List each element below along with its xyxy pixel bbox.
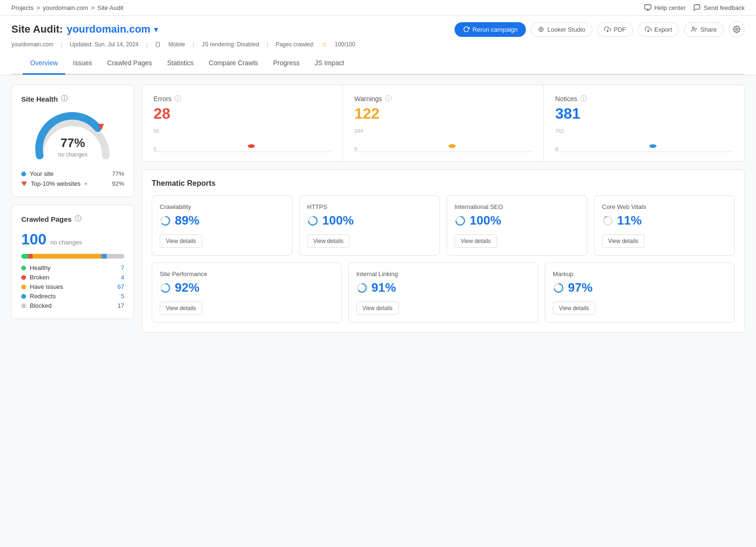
notices-info-icon[interactable]: ⓘ [580,95,587,103]
domain-dropdown-arrow[interactable]: ▾ [154,25,158,34]
notices-value: 381 [555,105,733,122]
reports-grid-top: Crawlability 89% View details HTTPS [152,195,735,256]
reports-grid-bottom: Site Performance 92% View details Intern… [152,262,735,323]
help-center-button[interactable]: Help center [644,4,686,11]
export-icon [645,26,652,33]
pb-redirects [102,254,107,259]
svg-rect-0 [644,5,651,9]
share-icon [691,26,697,33]
breadcrumb-domain[interactable]: yourdomain.com [43,4,88,11]
thematic-reports-card: Thematic Reports Crawlability 89% View d… [142,169,745,333]
export-button[interactable]: Export [638,22,679,37]
header-actions: Rerun campaign Looker Studio PDF Export … [455,21,745,37]
svg-rect-11 [156,42,160,47]
dot-healthy [21,266,26,270]
crawled-progress-bar [21,254,124,259]
pdf-icon [604,26,611,33]
legend-healthy: Healthy 7 [21,264,124,271]
site-health-legend: Your site 77% Top-10% websites ▾ 92% [21,170,124,187]
legend-broken: Broken 4 [21,274,124,281]
tab-progress[interactable]: Progress [266,52,307,75]
svg-point-15 [248,144,255,148]
errors-card: Errors ⓘ 28 56 0 [142,85,343,161]
internal-linking-view-details-button[interactable]: View details [356,302,399,315]
crawlability-view-details-button[interactable]: View details [160,234,202,248]
header-top: Site Audit: yourdomain.com ▾ Rerun campa… [11,21,745,37]
international-seo-progress-icon [455,215,466,226]
settings-button[interactable] [729,21,745,37]
errors-info-icon[interactable]: ⓘ [174,95,181,103]
https-progress-icon [307,215,318,226]
dot-broken [21,275,26,280]
warnings-chart: 244 0 [354,128,532,152]
https-view-details-button[interactable]: View details [307,234,350,248]
report-internal-linking: Internal Linking 91% View details [348,262,538,323]
markup-view-details-button[interactable]: View details [553,302,595,315]
tab-statistics[interactable]: Statistics [160,52,201,75]
legend-have-issues: Have issues 67 [21,283,124,290]
report-crawlability: Crawlability 89% View details [152,195,292,256]
tab-issues[interactable]: Issues [65,52,99,75]
refresh-icon [463,26,470,33]
dot-issues [21,285,26,289]
site-performance-view-details-button[interactable]: View details [160,302,202,315]
share-button[interactable]: Share [684,22,724,37]
main-content: Site Health ⓘ 77% no changes [0,75,756,342]
site-health-info-icon[interactable]: ⓘ [61,95,68,103]
intl-seo-view-details-button[interactable]: View details [455,234,497,248]
looker-icon [538,26,544,33]
feedback-icon [693,4,701,11]
top10-dropdown-icon[interactable]: ▾ [85,181,87,187]
crawled-pages-title: Crawled Pages ⓘ [21,215,124,223]
notices-chart: 762 0 [555,128,733,152]
thematic-title: Thematic Reports [152,179,735,188]
looker-studio-button[interactable]: Looker Studio [531,22,592,37]
breadcrumb-sep2: > [91,4,95,11]
top10-triangle-icon [21,182,27,186]
tab-compare-crawls[interactable]: Compare Crawls [201,52,266,75]
crawled-pages-info-icon[interactable]: ⓘ [75,215,81,223]
site-dot [21,172,26,176]
breadcrumb-projects[interactable]: Projects [11,4,34,11]
warnings-value: 122 [354,105,532,122]
right-content: Errors ⓘ 28 56 0 Warnings ⓘ [142,85,745,333]
internal-linking-progress-icon [356,282,368,294]
legend-redirects: Redirects 5 [21,293,124,300]
pb-blocked [107,254,124,259]
svg-point-3 [541,28,542,30]
dot-blocked [21,304,26,308]
tab-js-impact[interactable]: JS Impact [307,52,352,75]
pb-healthy [21,254,28,259]
page-title: Site Audit: yourdomain.com ▾ [11,23,158,35]
site-health-title: Site Health ⓘ [21,95,124,103]
svg-point-4 [539,27,543,31]
core-web-vitals-progress-icon [602,215,613,226]
svg-point-17 [448,144,455,148]
settings-icon [733,26,740,33]
help-center-icon [644,4,652,11]
breadcrumb-sep1: > [36,4,40,11]
svg-point-7 [692,27,695,29]
header-meta: yourdomain.com | Updated: Sun, Jul 14, 2… [11,41,745,52]
gauge-text: 77% no changes [58,136,87,158]
page-header: Site Audit: yourdomain.com ▾ Rerun campa… [0,16,756,75]
report-international-seo: International SEO 100% View details [447,195,587,256]
pages-legend: Healthy 7 Broken 4 Have issues [21,264,124,309]
svg-point-10 [736,28,738,30]
tab-crawled-pages[interactable]: Crawled Pages [100,52,160,75]
rerun-campaign-button[interactable]: Rerun campaign [455,22,526,37]
meta-separator3: | [193,41,194,48]
report-markup: Markup 97% View details [545,262,735,323]
warnings-info-icon[interactable]: ⓘ [385,95,392,103]
pb-broken [28,254,33,259]
nav-tabs: Overview Issues Crawled Pages Statistics… [11,52,745,75]
core-web-vitals-view-details-button[interactable]: View details [602,234,644,248]
crawled-count: 100 [21,231,46,248]
report-https: HTTPS 100% View details [299,195,440,256]
mobile-icon [155,41,161,48]
notices-sparkline [555,134,733,153]
send-feedback-button[interactable]: Send feedback [693,4,745,11]
tab-overview[interactable]: Overview [23,52,65,75]
meta-separator: | [61,41,62,48]
pdf-button[interactable]: PDF [597,22,633,37]
